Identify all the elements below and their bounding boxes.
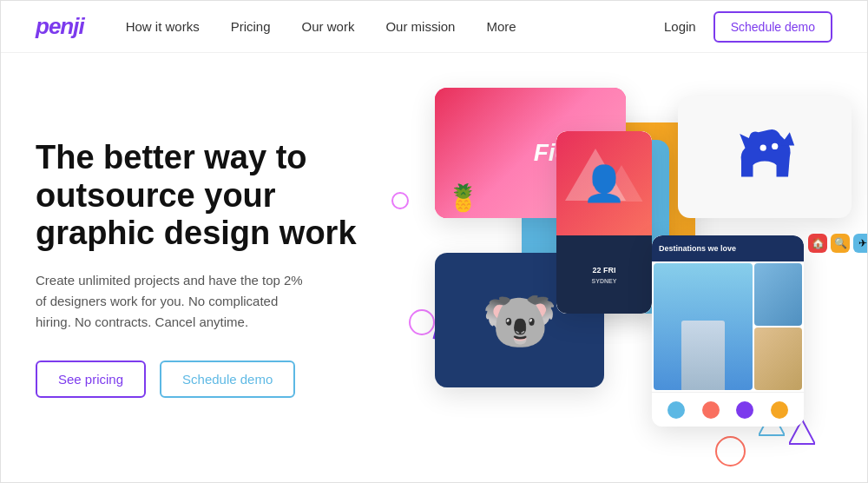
travel-main-image (654, 263, 753, 390)
travel-sm-bottom (754, 328, 802, 390)
nav-our-work[interactable]: Our work (302, 19, 355, 34)
hero-text: The better way to outsource your graphic… (36, 139, 383, 398)
mobile-top: 👤 (556, 131, 652, 235)
icon-dot-3: ✈ (853, 234, 867, 253)
travel-footer (652, 392, 804, 427)
dog-icon (726, 118, 804, 196)
card-dog (678, 96, 852, 218)
nav-pricing[interactable]: Pricing (231, 19, 271, 34)
nav-right: Login Schedule demo (664, 11, 832, 43)
nav-links: How it works Pricing Our work Our missio… (126, 19, 664, 35)
nav-our-mission[interactable]: Our mission (385, 19, 455, 34)
navbar: penji How it works Pricing Our work Our … (1, 1, 867, 53)
hero-buttons: See pricing Schedule demo (36, 361, 383, 398)
decorative-circle-1 (409, 309, 435, 335)
nav-how-it-works[interactable]: How it works (126, 19, 200, 34)
travel-icon-2 (702, 401, 720, 419)
svg-point-1 (772, 143, 778, 149)
hero-headline: The better way to outsource your graphic… (36, 139, 383, 253)
decorative-circle-3 (715, 436, 746, 466)
icon-dot-1: 🏠 (808, 234, 827, 253)
person-icon: 👤 (582, 163, 626, 204)
see-pricing-button[interactable]: See pricing (36, 361, 146, 398)
logo[interactable]: penji (36, 13, 84, 40)
svg-point-0 (760, 145, 766, 151)
schedule-demo-nav-button[interactable]: Schedule demo (713, 11, 832, 43)
pineapple-icon: 🍍 (447, 182, 479, 213)
decorative-circle-2 (391, 192, 409, 209)
schedule-demo-hero-button[interactable]: Schedule demo (160, 361, 295, 398)
login-button[interactable]: Login (664, 19, 696, 34)
card-travel: Destinations we love (652, 235, 804, 427)
travel-icon-1 (667, 401, 685, 419)
travel-sm-top (754, 263, 802, 326)
icon-dot-2: 🔍 (831, 234, 850, 253)
icon-bar: 🏠 🔍 ✈ (808, 234, 867, 253)
travel-header-text: Destinations we love (659, 244, 736, 253)
card-mobile: 👤 22 FRI SYDNEY (556, 131, 652, 314)
travel-icon-3 (736, 401, 753, 419)
nav-more[interactable]: More (486, 19, 516, 34)
koala-icon: 🐨 (482, 285, 557, 356)
hero-visual: 🍍 Fiesta! 👤 22 FRI SYDNEY (383, 53, 832, 483)
hero-section: The better way to outsource your graphic… (1, 53, 867, 483)
hero-subtext: Create unlimited projects and have the t… (36, 270, 313, 333)
mobile-bottom: 22 FRI SYDNEY (556, 235, 652, 314)
travel-icon-4 (771, 401, 788, 419)
